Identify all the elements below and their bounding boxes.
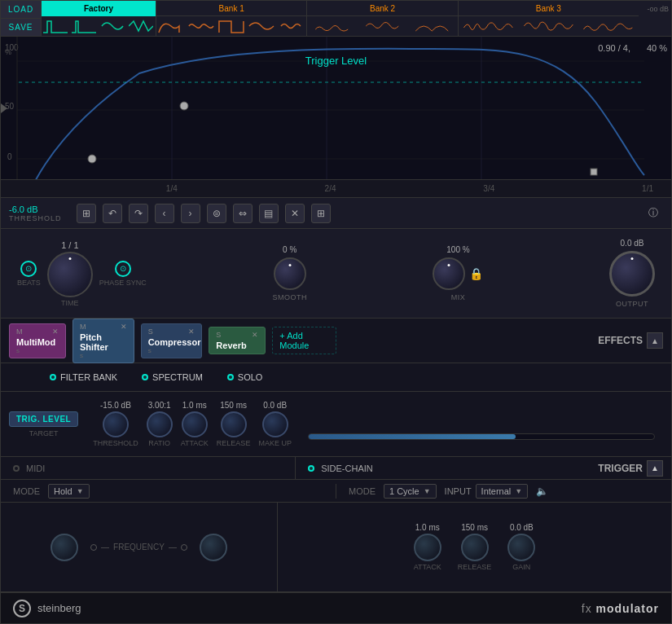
attack-knob[interactable] <box>182 411 208 437</box>
smooth-value: 0 % <box>283 245 296 254</box>
filter-bank-dot <box>50 374 56 380</box>
bank1-tab[interactable]: Bank 1 <box>156 1 306 16</box>
target-label: TARGET <box>29 429 59 437</box>
compressor-module[interactable]: S✕ Compressor s <box>141 323 203 358</box>
effects-collapse-btn[interactable]: ▲ <box>647 332 663 349</box>
toolbar-next-icon[interactable]: › <box>181 204 200 223</box>
toolbar-list-icon[interactable]: ▤ <box>259 204 279 223</box>
sc-release-knob[interactable] <box>461 534 489 561</box>
bank1-wave-4[interactable] <box>247 16 277 36</box>
q-dot-icon[interactable] <box>181 544 187 551</box>
solo-btn[interactable]: SOLO <box>227 372 263 382</box>
sc-attack-label: ATTACK <box>414 563 441 571</box>
sc-attack-knob[interactable] <box>414 534 441 561</box>
input-section: INPUT Internal ▼ <box>445 484 529 499</box>
svg-point-8 <box>88 155 96 163</box>
sc-adg-section: 1.0 ms ATTACK 150 ms Release 0.0 dB GAIN <box>278 503 671 591</box>
toolbar-undo-icon[interactable]: ↶ <box>103 204 122 223</box>
bank2-wave-3[interactable] <box>407 16 457 36</box>
bank1-wave-2[interactable] <box>187 16 217 36</box>
toolbar-3d-icon[interactable]: ⊞ <box>311 204 331 223</box>
trigger-panel: TRIGGER ▲ <box>590 457 671 479</box>
sc-gain-value: 0.0 dB <box>510 523 534 532</box>
bank1-wave-3[interactable] <box>217 16 247 36</box>
multimod-module[interactable]: M✕ MultiMod s <box>9 323 66 358</box>
mix-knob[interactable] <box>433 257 465 290</box>
beats-sync-icon[interactable]: ⊙ <box>20 261 37 277</box>
ratio-param: 3.00:1 RATIO <box>147 401 173 447</box>
mix-lock-icon[interactable]: 🔒 <box>469 267 483 280</box>
ratio-knob[interactable] <box>147 411 173 437</box>
time-knob[interactable] <box>47 252 93 297</box>
load-save-panel: LOAD SAVE <box>1 1 42 36</box>
load-button[interactable]: LOAD <box>1 1 41 19</box>
reverb-module[interactable]: S✕ Reverb <box>209 327 266 354</box>
effects-area: M✕ MultiMod s M✕ Pitch Shifter s S✕ Comp… <box>1 319 671 363</box>
sidechain-dot <box>308 465 314 472</box>
toolbar-close-icon[interactable]: ✕ <box>285 204 305 223</box>
toolbar-grid-icon[interactable]: ⊞ <box>77 204 96 223</box>
wave-btn-4[interactable] <box>127 16 156 36</box>
smooth-knob[interactable] <box>274 257 306 290</box>
bank3-wave-2[interactable] <box>519 16 579 36</box>
solo-dot <box>227 374 234 380</box>
bank3-wave-1[interactable] <box>459 16 519 36</box>
trigger-level-label: Trigger Level <box>305 55 367 67</box>
toolbar-prev-icon[interactable]: ‹ <box>155 204 174 223</box>
freq-dot-icon[interactable] <box>90 544 97 551</box>
phase-sync-icon[interactable]: ⊙ <box>115 261 131 277</box>
makeup-knob[interactable] <box>262 411 288 437</box>
toolbar-eq-icon[interactable]: ⊜ <box>207 204 226 223</box>
sc-release-value: 150 ms <box>461 523 488 532</box>
threshold-knob[interactable] <box>103 411 129 437</box>
toolbar-info-icon[interactable]: ⓘ <box>643 204 663 223</box>
filter-bank-btn[interactable]: FILTER BANK <box>50 372 117 382</box>
compressor-params: TRIG. LEVEL TARGET -15.0 dB THRESHOLD 3.… <box>1 392 671 457</box>
release-param: 150 ms RELEASE <box>217 401 251 447</box>
bank1-wave-1[interactable] <box>156 16 187 36</box>
release-knob[interactable] <box>221 411 247 437</box>
save-button[interactable]: SAVE <box>1 19 41 36</box>
bank3-tab[interactable]: Bank 3 <box>459 1 639 16</box>
spectrum-dot <box>142 374 148 380</box>
percent-display: 40 % <box>647 43 667 53</box>
add-module-button[interactable]: + Add Module <box>272 327 336 354</box>
hold-dropdown[interactable]: Hold ▼ <box>48 484 90 499</box>
internal-dropdown[interactable]: Internal ▼ <box>476 484 529 499</box>
sidechain-mode-section: MODE 1 Cycle ▼ INPUT Internal ▼ 🔈 <box>336 484 671 499</box>
bank1-wave-5[interactable] <box>277 16 307 36</box>
trigger-collapse-btn[interactable]: ▲ <box>647 460 663 477</box>
factory-tab[interactable]: Factory <box>42 1 156 16</box>
sc-freq-knob1[interactable] <box>51 534 78 561</box>
wave-btn-1[interactable] <box>42 16 70 36</box>
threshold-param: -15.0 dB THRESHOLD <box>93 401 138 447</box>
timeline-half: 2/4 <box>325 184 336 193</box>
comp-meter-bar <box>308 433 655 440</box>
timeline: 1/4 2/4 3/4 1/1 <box>1 180 671 198</box>
mix-group: 100 % 🔒 MIX <box>433 245 483 301</box>
mix-label: MIX <box>451 293 466 301</box>
filter-row: FILTER BANK SPECTRUM SOLO <box>1 363 671 392</box>
fx-label: fx <box>582 602 592 615</box>
output-knob[interactable] <box>609 251 655 297</box>
bank2-wave-1[interactable] <box>307 16 357 36</box>
sc-q-knob[interactable] <box>200 534 227 561</box>
sc-freq-section: — FREQUENCY — <box>1 503 278 591</box>
sc-gain-knob[interactable] <box>507 534 535 561</box>
bank2-wave-2[interactable] <box>358 16 407 36</box>
cycle-dropdown[interactable]: 1 Cycle ▼ <box>384 484 437 499</box>
smooth-group: 0 % SMOOTH <box>272 245 307 301</box>
spectrum-btn[interactable]: SPECTRUM <box>142 372 203 382</box>
trig-level-btn[interactable]: TRIG. LEVEL <box>9 411 78 427</box>
toolbar-swap-icon[interactable]: ⇔ <box>233 204 253 223</box>
toolbar-redo-icon[interactable]: ↷ <box>129 204 148 223</box>
timeline-three-quarter: 3/4 <box>483 184 494 193</box>
svg-rect-10 <box>591 169 597 175</box>
threshold-value: -6.0 dB <box>9 204 62 214</box>
pitch-shifter-module[interactable]: M✕ Pitch Shifter s <box>72 319 134 363</box>
wave-btn-3[interactable] <box>99 16 127 36</box>
wave-btn-2[interactable] <box>70 16 99 36</box>
speaker-icon[interactable]: 🔈 <box>536 486 548 497</box>
bank3-wave-3[interactable] <box>578 16 639 36</box>
bank2-tab[interactable]: Bank 2 <box>307 1 457 16</box>
